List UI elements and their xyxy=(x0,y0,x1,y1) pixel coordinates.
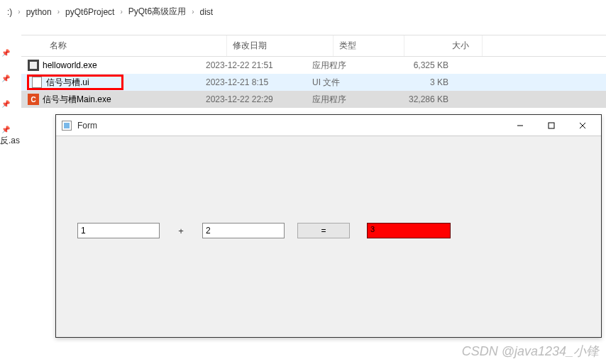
operand1-input[interactable] xyxy=(77,223,160,238)
header-date[interactable]: 修改日期 xyxy=(227,35,334,56)
form-body: + = 3 xyxy=(56,136,601,337)
header-type[interactable]: 类型 xyxy=(334,35,404,56)
file-list: helloworld.exe 2023-12-22 21:51 应用程序 6,3… xyxy=(21,57,606,108)
qt-form-window: Form + = 3 xyxy=(55,114,602,338)
file-size: 32,286 KB xyxy=(383,94,461,104)
crumb-project[interactable]: pyQt6Project xyxy=(61,6,119,18)
header-name[interactable]: 名称 xyxy=(21,35,227,56)
file-name: 信号与槽Main.exe xyxy=(43,94,111,106)
calculator-row: + = 3 xyxy=(77,223,451,238)
plus-label: + xyxy=(160,226,202,236)
svg-rect-1 xyxy=(549,123,554,128)
crumb-root[interactable]: :) xyxy=(3,6,16,18)
file-date: 2023-12-22 21:51 xyxy=(206,60,312,70)
quick-access-pins: 📌 📌 📌 📌 xyxy=(1,40,10,142)
exe-icon xyxy=(27,59,40,72)
breadcrumb: :) › python › pyQt6Project › PyQt6高级应用 ›… xyxy=(0,0,606,23)
pin-icon[interactable]: 📌 xyxy=(1,40,10,65)
pin-icon[interactable]: 📌 xyxy=(1,91,10,116)
chevron-right-icon: › xyxy=(56,8,61,16)
file-size: 3 KB xyxy=(383,77,461,87)
result-output: 3 xyxy=(367,223,451,238)
pin-icon[interactable]: 📌 xyxy=(1,65,10,91)
close-button[interactable] xyxy=(567,116,598,136)
file-type: UI 文件 xyxy=(312,77,383,89)
file-size: 6,325 KB xyxy=(383,60,461,70)
chevron-right-icon: › xyxy=(190,8,195,16)
crumb-python[interactable]: python xyxy=(22,6,56,18)
crumb-dist[interactable]: dist xyxy=(195,6,217,18)
chevron-right-icon: › xyxy=(119,8,123,16)
equals-button[interactable]: = xyxy=(297,223,350,238)
app-icon xyxy=(62,121,72,131)
crumb-advanced[interactable]: PyQt6高级应用 xyxy=(124,4,190,19)
file-date: 2023-12-21 8:15 xyxy=(206,77,312,87)
header-size[interactable]: 大小 xyxy=(404,35,483,56)
file-date: 2023-12-22 22:29 xyxy=(206,94,312,104)
highlight-box: 信号与槽.ui xyxy=(27,75,123,90)
file-row[interactable]: C 信号与槽Main.exe 2023-12-22 22:29 应用程序 32,… xyxy=(21,91,606,108)
minimize-button[interactable] xyxy=(505,116,536,136)
ui-file-icon xyxy=(31,76,43,89)
window-title: Form xyxy=(77,121,505,131)
chevron-right-icon: › xyxy=(16,8,21,16)
file-type: 应用程序 xyxy=(312,94,383,106)
watermark: CSDN @java1234_小锋 xyxy=(462,343,599,360)
file-type: 应用程序 xyxy=(312,60,383,72)
file-list-header: 名称 修改日期 类型 大小 xyxy=(21,35,606,57)
file-row[interactable]: helloworld.exe 2023-12-22 21:51 应用程序 6,3… xyxy=(21,57,606,74)
operand2-input[interactable] xyxy=(202,223,285,238)
file-name: helloworld.exe xyxy=(43,60,97,70)
c-exe-icon: C xyxy=(27,93,40,106)
left-label: 反.as xyxy=(0,135,20,147)
maximize-button[interactable] xyxy=(536,116,567,136)
title-bar[interactable]: Form xyxy=(56,115,601,136)
file-row[interactable]: 信号与槽.ui 2023-12-21 8:15 UI 文件 3 KB xyxy=(21,74,606,91)
file-name: 信号与槽.ui xyxy=(46,77,89,89)
